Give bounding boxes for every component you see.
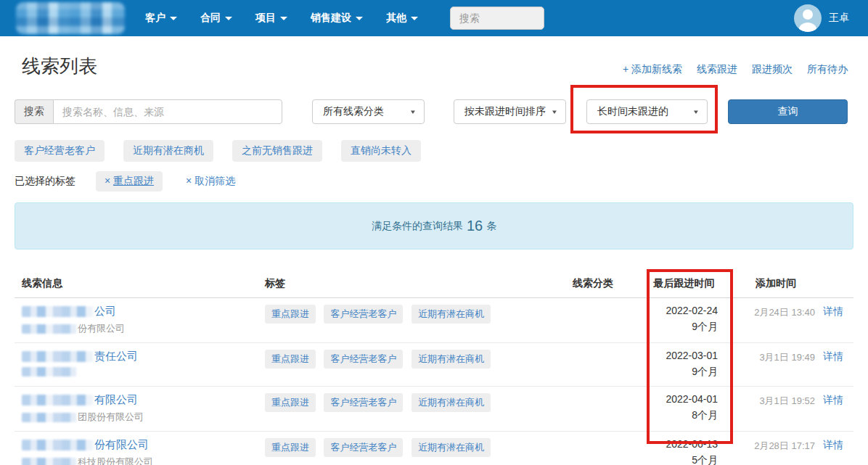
category-select-value: 所有线索分类	[323, 105, 384, 118]
chevron-down-icon	[411, 17, 418, 20]
lead-name-link[interactable]: 公司	[22, 305, 261, 318]
lead-tag[interactable]: 重点跟进	[265, 393, 316, 412]
last-follow-ago: 5个月	[646, 454, 718, 465]
lead-tag[interactable]: 客户经营老客户	[324, 305, 403, 324]
last-follow-ago: 8个月	[646, 409, 718, 422]
lead-follow-link[interactable]: 线索跟进	[697, 63, 737, 76]
detail-link[interactable]: 详情	[823, 350, 843, 362]
chevron-down-icon	[225, 17, 232, 20]
added-time: 2月28日 17:17	[737, 438, 816, 453]
menu-contracts[interactable]: 合同	[189, 0, 244, 36]
lead-tag[interactable]: 客户经营老客户	[324, 393, 403, 412]
global-search-input[interactable]	[450, 7, 544, 30]
lead-name-link[interactable]: 有限公司	[22, 393, 261, 407]
menu-label: 客户	[145, 12, 165, 25]
blurred-name	[22, 306, 93, 317]
lead-name-suffix: 公司	[94, 305, 116, 318]
lead-search-group: 搜索	[15, 99, 282, 124]
selected-tag-key-follow[interactable]: × 重点跟进	[96, 171, 163, 192]
menu-label: 项目	[255, 12, 276, 25]
page-title: 线索列表	[22, 54, 97, 79]
last-follow-ago: 9个月	[646, 321, 718, 334]
page-actions: + 添加新线索 线索跟进 跟进频次 所有待办	[608, 63, 848, 79]
lead-subtitle: 份有限公司	[22, 322, 261, 335]
lead-tag[interactable]: 客户经营老客户	[324, 438, 403, 457]
lead-name-suffix: 有限公司	[94, 393, 138, 407]
last-follow-ago: 9个月	[646, 366, 718, 379]
header-added-time: 添加时间	[737, 277, 816, 290]
blurred-subtitle	[22, 413, 76, 422]
lead-tag[interactable]: 重点跟进	[265, 305, 316, 324]
avatar[interactable]	[794, 4, 822, 32]
lead-tag[interactable]: 重点跟进	[265, 438, 316, 457]
chevron-down-icon: ▼	[409, 109, 417, 115]
tag-filter-recent-opportunity[interactable]: 近期有潜在商机	[123, 140, 213, 162]
lead-name-suffix: 责任公司	[94, 350, 138, 363]
blurred-subtitle	[22, 458, 76, 465]
lead-subtitle	[22, 367, 261, 376]
follow-frequency-link[interactable]: 跟进频次	[752, 63, 793, 76]
lead-subtitle: 团股份有限公司	[22, 411, 261, 424]
menu-projects[interactable]: 项目	[244, 0, 299, 36]
time-filter-select-value: 长时间未跟进的	[597, 105, 668, 118]
table-row: 责任公司 重点跟进 客户经营老客户 近期有潜在商机 2022-03-01 9个月…	[15, 343, 853, 387]
time-filter-select[interactable]: 长时间未跟进的 ▼	[586, 99, 708, 124]
lead-tag[interactable]: 客户经营老客户	[324, 350, 403, 369]
lead-table: 线索信息 标签 线索分类 最后跟进时间 添加时间 公司 份有限公司 重点跟进 客…	[15, 277, 853, 465]
lead-tag[interactable]: 近期有潜在商机	[412, 438, 491, 457]
lead-tag[interactable]: 重点跟进	[265, 350, 316, 369]
menu-label: 销售建设	[311, 12, 351, 25]
menu-label: 合同	[200, 12, 221, 25]
result-suffix: 条	[486, 220, 496, 233]
lead-name-link[interactable]: 责任公司	[22, 350, 261, 363]
selected-tag-label: 重点跟进	[113, 175, 154, 186]
blurred-subtitle	[22, 367, 76, 376]
header-category: 线索分类	[562, 277, 646, 290]
lead-name-link[interactable]: 份有限公司	[22, 438, 261, 452]
sort-select[interactable]: 按未跟进时间排序 ▼	[454, 99, 566, 124]
detail-link[interactable]: 详情	[823, 305, 843, 317]
header-lead-info: 线索信息	[15, 277, 261, 290]
tag-filter-no-sales-follow[interactable]: 之前无销售跟进	[232, 140, 322, 162]
result-prefix: 满足条件的查询结果	[372, 220, 463, 233]
blurred-name	[22, 395, 93, 406]
search-addon-label: 搜索	[15, 99, 53, 124]
detail-link[interactable]: 详情	[823, 439, 843, 450]
clear-filters-link[interactable]: × 取消筛选	[186, 175, 235, 188]
lead-tag[interactable]: 近期有潜在商机	[412, 350, 491, 369]
add-lead-link[interactable]: + 添加新线索	[623, 63, 682, 76]
blurred-name	[22, 351, 93, 362]
selected-tags-row: 已选择的标签 × 重点跟进 × 取消筛选	[15, 171, 853, 192]
blurred-name	[22, 440, 93, 450]
chevron-down-icon	[356, 17, 363, 20]
query-button[interactable]: 查询	[728, 99, 848, 124]
top-navbar: 客户 合同 项目 销售建设 其他 王卓	[0, 0, 868, 36]
lead-name-suffix: 份有限公司	[94, 438, 149, 452]
result-count: 16	[467, 218, 483, 234]
last-follow-date: 2022-02-24	[646, 305, 718, 316]
detail-link[interactable]: 详情	[823, 394, 843, 406]
app-logo-blurred	[16, 2, 125, 34]
all-todos-link[interactable]: 所有待办	[807, 63, 848, 76]
lead-search-input[interactable]	[53, 99, 282, 124]
lead-tag[interactable]: 近期有潜在商机	[412, 305, 491, 324]
lead-tag[interactable]: 近期有潜在商机	[412, 393, 491, 412]
chevron-down-icon	[170, 17, 177, 20]
last-follow-date: 2022-06-13	[646, 438, 718, 450]
category-select[interactable]: 所有线索分类 ▼	[312, 99, 425, 124]
tag-filter-row: 客户经营老客户 近期有潜在商机 之前无销售跟进 直销尚未转入	[15, 140, 853, 162]
table-row: 份有限公司 科技股份有限公司 重点跟进 客户经营老客户 近期有潜在商机 2022…	[15, 432, 853, 465]
header-last-follow: 最后跟进时间	[646, 277, 737, 290]
remove-icon: ×	[105, 175, 110, 186]
last-follow-date: 2022-04-01	[646, 393, 718, 405]
blurred-subtitle	[22, 324, 76, 334]
menu-label: 其他	[386, 12, 406, 25]
tag-filter-old-customer[interactable]: 客户经营老客户	[15, 140, 105, 162]
menu-sales-building[interactable]: 销售建设	[299, 0, 374, 36]
selected-tags-label: 已选择的标签	[15, 175, 75, 188]
menu-others[interactable]: 其他	[374, 0, 430, 36]
result-count-banner: 满足条件的查询结果 16 条	[15, 202, 853, 250]
table-row: 有限公司 团股份有限公司 重点跟进 客户经营老客户 近期有潜在商机 2022-0…	[15, 387, 853, 432]
menu-customers[interactable]: 客户	[134, 0, 189, 36]
tag-filter-direct-sales[interactable]: 直销尚未转入	[341, 140, 421, 162]
